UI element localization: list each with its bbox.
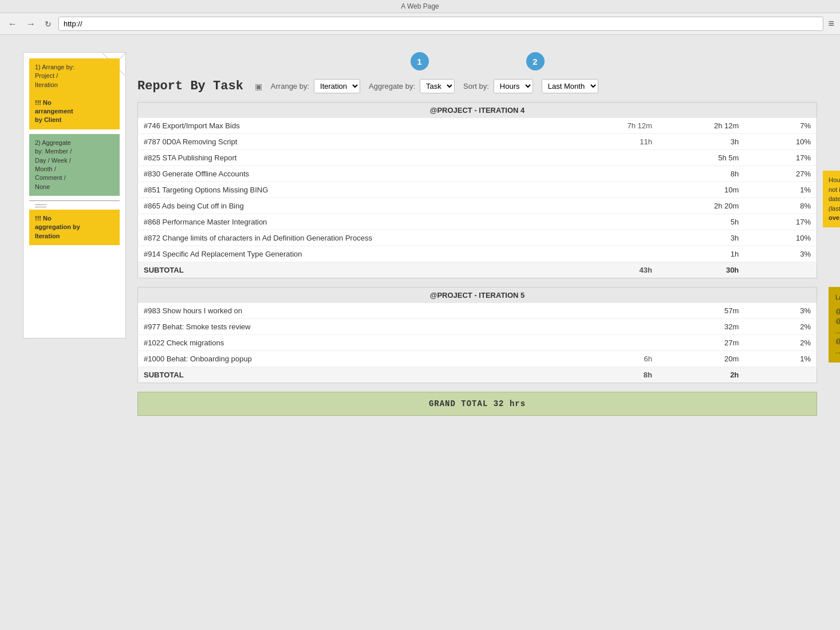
subtotal-time1: 8h	[571, 367, 658, 383]
step-1-circle: 1	[411, 52, 429, 70]
pct: 10%	[744, 134, 817, 150]
time1: 6h	[571, 351, 658, 367]
step-2-circle: 2	[526, 52, 545, 70]
report-title: Report By Task	[137, 79, 243, 93]
period-select[interactable]: Last Month	[542, 79, 598, 93]
time1: 11h	[571, 134, 658, 150]
time1	[571, 198, 658, 214]
forward-button[interactable]: →	[24, 18, 38, 30]
time1	[571, 230, 658, 246]
browser-title: A Web Page	[401, 2, 439, 10]
right-note-ellipsis2: ....	[835, 346, 840, 357]
time2: 2h 12m	[658, 118, 744, 134]
period-control: Last Month	[542, 79, 598, 93]
left-panel: 1) Arrange by: Project /Iteration !!! No…	[23, 52, 126, 338]
time2: 27m	[658, 335, 744, 351]
browser-toolbar: ← → ↻ ≡	[0, 13, 840, 35]
time1	[571, 319, 658, 335]
time1	[571, 214, 658, 230]
time1	[571, 182, 658, 198]
time2: 2h 20m	[658, 198, 744, 214]
task-name: #1000 Behat: Onboarding popup	[138, 351, 571, 367]
step-indicators: 1 2	[137, 52, 817, 70]
table-row: #868 Performance Master Integration 5h 1…	[138, 214, 817, 230]
arrange-note-warning: !!! Noarrangementby Client	[35, 99, 73, 124]
subtotal-label: SUBTOTAL	[138, 262, 571, 278]
time1	[571, 150, 658, 166]
aggregate-note-title: 2) Aggregateby: Member /Day / Week /Mont…	[35, 139, 72, 190]
time2: 57m	[658, 303, 744, 319]
report-header: Report By Task ▣ Arrange by: Iteration A…	[137, 79, 817, 93]
time1	[571, 303, 658, 319]
iteration-warning-note: !!! Noaggregation byIteration	[29, 210, 120, 245]
sort-by-select[interactable]: Hours	[494, 79, 533, 93]
time2: 8h	[658, 166, 744, 182]
task-name: #914 Specific Ad Replacement Type Genera…	[138, 246, 571, 262]
table-row: #830 Generate Offline Accounts 8h 27%	[138, 166, 817, 182]
table-row: #977 Behat: Smoke tests review 32m 2%	[138, 319, 817, 335]
section2-wrapper: @PROJECT - ITERATION 5 #983 Show hours I…	[137, 287, 817, 383]
task-name: #865 Ads being Cut off in Bing	[138, 198, 571, 214]
table-row: #1000 Behat: Onboarding popup 6h 20m 1%	[138, 351, 817, 367]
time2: 20m	[658, 351, 744, 367]
time2: 3h	[658, 134, 744, 150]
pct: 3%	[744, 303, 817, 319]
task-name: #983 Show hours I worked on	[138, 303, 571, 319]
table-row: #872 Change limits of characters in Ad D…	[138, 230, 817, 246]
arrange-note-title: 1) Arrange by:	[35, 64, 74, 70]
tooltip-text: Hours that arenot in selecteddate range(…	[829, 176, 840, 221]
right-note-title: Layout should be	[835, 293, 840, 303]
report-export-icon[interactable]: ▣	[255, 82, 262, 91]
time2: 1h	[658, 246, 744, 262]
table-row: #787 0D0A Removing Script 11h 3h 10%	[138, 134, 817, 150]
pct: 7%	[744, 118, 817, 134]
refresh-button[interactable]: ↻	[42, 18, 54, 30]
subtotal-pct	[744, 262, 817, 278]
pct: 17%	[744, 150, 817, 166]
section2-header: @PROJECT - ITERATION 5	[138, 288, 817, 304]
address-bar[interactable]	[58, 17, 823, 31]
table-row: #851 Targeting Options Missing BING 10m …	[138, 182, 817, 198]
aggregate-by-control: Aggregate by: Task	[369, 79, 455, 93]
back-button[interactable]: ←	[6, 18, 19, 30]
browser-menu-button[interactable]: ≡	[828, 18, 834, 30]
time2: 5h	[658, 214, 744, 230]
subtotal-time1: 43h	[571, 262, 658, 278]
time1	[571, 246, 658, 262]
pct: 27%	[744, 166, 817, 182]
section1-header: @PROJECT - ITERATION 4	[138, 103, 817, 119]
pct: 8%	[744, 198, 817, 214]
right-note-line1: @proj1 - iteration 1	[835, 306, 840, 317]
table-row: #746 Export/Import Max Bids 7h 12m 2h 12…	[138, 118, 817, 134]
arrange-by-label: Arrange by:	[271, 82, 309, 90]
table-row: #983 Show hours I worked on 57m 3%	[138, 303, 817, 319]
pct: 3%	[744, 246, 817, 262]
time1: 7h 12m	[571, 118, 658, 134]
pct: 10%	[744, 230, 817, 246]
time2: 10m	[658, 182, 744, 198]
aggregate-by-select[interactable]: Task	[420, 79, 455, 93]
task-name: #830 Generate Offline Accounts	[138, 166, 571, 182]
subtotal-label: SUBTOTAL	[138, 367, 571, 383]
pct: 2%	[744, 319, 817, 335]
section1-table: @PROJECT - ITERATION 4 #746 Export/Impor…	[137, 102, 817, 278]
time1	[571, 166, 658, 182]
right-note-line3: @proj2 - iteration 1	[835, 336, 840, 346]
pct: 2%	[744, 335, 817, 351]
arrange-by-select[interactable]: Iteration	[314, 79, 360, 93]
browser-title-bar: A Web Page	[0, 0, 840, 13]
task-name: #746 Export/Import Max Bids	[138, 118, 571, 134]
subtotal-time2: 2h	[658, 367, 744, 383]
table-row: #825 STA Publishing Report 5h 5m 17%	[138, 150, 817, 166]
arrange-by-control: Arrange by: Iteration	[271, 79, 360, 93]
right-note-ellipsis1: ....	[835, 326, 840, 337]
main-content: 1 2 Report By Task ▣ Arrange by: Iterati…	[137, 52, 817, 416]
task-name: #872 Change limits of characters in Ad D…	[138, 230, 571, 246]
sort-by-control: Sort by: Hours	[463, 79, 533, 93]
arrange-note: 1) Arrange by: Project /Iteration !!! No…	[29, 58, 120, 129]
pct: 1%	[744, 351, 817, 367]
time1	[571, 335, 658, 351]
subtotal-row: SUBTOTAL 43h 30h	[138, 262, 817, 278]
table-row: #914 Specific Ad Replacement Type Genera…	[138, 246, 817, 262]
task-name: #825 STA Publishing Report	[138, 150, 571, 166]
